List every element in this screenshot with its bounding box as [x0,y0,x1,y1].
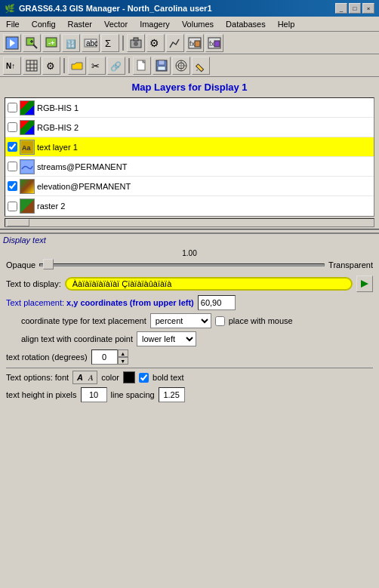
menu-raster[interactable]: Raster [65,19,95,29]
tb-fx2-button[interactable]: fx [205,34,223,52]
opaque-label: Opaque [6,260,35,269]
svg-text:🔢: 🔢 [66,38,76,49]
place-with-mouse-checkbox[interactable] [215,316,225,326]
text-options-row: Text options: font A 𝐴 color bold text [6,371,373,384]
tb-palette-button[interactable] [172,57,190,75]
svg-marker-44 [361,280,368,288]
rotation-up[interactable]: ▲ [118,349,128,357]
coordinate-type-label: coordinate type for text placement [21,316,146,325]
layer-row: elevation@PERMANENT [5,177,374,196]
svg-text:⚙: ⚙ [46,60,55,72]
slider-thumb[interactable] [43,259,54,269]
rotation-input[interactable] [91,349,118,365]
app-icon: 🌿 [5,4,15,14]
go-button[interactable] [356,276,373,292]
menu-imagery[interactable]: Imagery [137,19,173,29]
svg-rect-36 [158,66,165,70]
layer-checkbox-raster2[interactable] [8,202,17,211]
app-title: GRASS6.4.3 GIS Manager - North_Carolina … [19,4,212,13]
svg-text:Aa: Aa [22,144,31,152]
tb-open-button[interactable] [68,57,86,75]
font-icon-label: 𝐴 [88,373,94,383]
minimize-button[interactable]: _ [335,3,347,14]
tb-graph-button[interactable] [166,34,184,52]
svg-rect-35 [159,60,165,65]
svg-text:abc: abc [86,39,97,48]
tb-scissor-button[interactable]: ✂ [88,57,106,75]
layer-row: streams@PERMANENT [5,157,374,177]
main-panel: Map Layers for Display 1 RGB-HIS 1 RGB-H… [0,77,379,229]
toolbar-separator-3 [128,58,130,73]
layer-icon-raster2 [20,199,35,214]
tb-new-button[interactable] [133,57,151,75]
layer-row: RGB-HIS 2 [5,118,374,137]
opaque-row: Opaque Transparent [6,257,373,272]
title-bar: 🌿 GRASS6.4.3 GIS Manager - North_Carolin… [0,0,379,17]
tb-link-button[interactable]: 🔗 [107,57,125,75]
layer-checkbox-text1[interactable] [8,142,17,152]
tb-select-button[interactable]: Σ [101,34,119,52]
layer-icon-rgb2 [20,120,35,135]
tb-grid-button[interactable] [23,57,41,75]
font-button[interactable]: A 𝐴 [72,371,97,384]
menu-volumes[interactable]: Volumes [179,19,217,29]
menu-vector[interactable]: Vector [101,19,131,29]
spacing-input[interactable] [159,387,185,402]
color-label: color [101,373,119,382]
toolbar-2: N↑ ⚙ ✂ 🔗 [0,54,379,77]
layer-label-text1: text layer 1 [37,143,371,152]
menu-databases[interactable]: Databases [223,19,269,29]
layer-checkbox-rgb2[interactable] [8,122,17,132]
spacing-label: line spacing [111,390,155,399]
tb-capture-button[interactable] [127,34,145,52]
tb-zoom-out-button[interactable]: -+ [42,34,60,52]
rotation-spinner[interactable]: ▲ ▼ [118,349,128,365]
scroll-thumb[interactable] [7,219,29,226]
layer-checkbox-rgb1[interactable] [8,103,17,112]
rotation-label: text rotation (degrees) [6,352,88,362]
layer-row: RGB-HIS 1 [5,98,374,118]
tb-display-button[interactable] [3,34,21,52]
toolbar-separator-1 [122,35,124,51]
tb-pan-button[interactable]: 🔢 [62,34,80,52]
tb-north-button[interactable]: N↑ [3,57,21,75]
svg-text:✂: ✂ [91,60,100,72]
menu-file[interactable]: File [3,19,23,29]
text-to-display-label: Text to display: [6,279,61,288]
maximize-button[interactable]: □ [349,3,361,14]
svg-text:fx: fx [209,40,215,48]
window-controls[interactable]: _ □ × [335,3,374,14]
height-label: text height in pixels [6,390,77,399]
horizontal-scrollbar[interactable] [5,218,374,227]
svg-text:N↑: N↑ [6,62,15,70]
svg-rect-23 [26,60,37,71]
tb-save-button[interactable] [153,57,171,75]
layer-checkbox-streams[interactable] [8,162,17,171]
rotation-down[interactable]: ▼ [118,357,128,365]
opacity-slider[interactable] [39,257,325,272]
menu-help[interactable]: Help [275,19,298,29]
layer-checkbox-elevation[interactable] [8,181,17,191]
height-input[interactable] [81,387,107,402]
rotation-spinbox: ▲ ▼ [91,349,128,365]
align-select[interactable]: lower left lower right upper left upper … [137,331,196,346]
text-to-display-input[interactable] [72,279,345,288]
tb-pencil-button[interactable] [192,57,210,75]
layer-label-raster2: raster 2 [37,202,371,211]
display-text-body: 1.00 Opaque Transparent Text to display:… [0,246,379,408]
menu-config[interactable]: Config [29,19,59,29]
place-with-mouse-label: place with mouse [229,316,293,325]
tb-fx1-button[interactable]: fx [186,34,204,52]
bold-checkbox[interactable] [139,373,149,383]
text-placement-input[interactable] [198,295,236,310]
close-button[interactable]: × [362,3,374,14]
layer-label-elevation: elevation@PERMANENT [37,182,371,191]
svg-rect-18 [195,41,200,47]
color-swatch[interactable] [123,371,135,383]
rotation-row: text rotation (degrees) ▲ ▼ [6,349,373,365]
coordinate-type-select[interactable]: percent pixels geographic [150,313,211,328]
tb-zoom-in-button[interactable] [23,34,41,52]
tb-query-button[interactable]: abc [82,34,100,52]
tb-settings-button[interactable]: ⚙ [146,34,165,52]
tb-gear-button[interactable]: ⚙ [42,57,60,75]
